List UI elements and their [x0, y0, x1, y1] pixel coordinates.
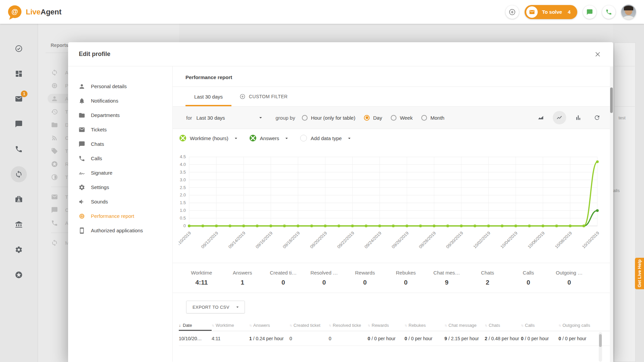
tab-last-30-days[interactable]: Last 30 days — [185, 87, 231, 106]
remove-icon[interactable] — [179, 135, 186, 141]
chevron-down-icon — [233, 135, 239, 141]
performance-line-chart: 00.51.01.52.02.53.03.54.04.509/10/201909… — [179, 147, 611, 263]
profile-nav-settings[interactable]: Settings — [68, 180, 172, 194]
radio-week[interactable]: Week — [391, 115, 413, 121]
column-header-resolved-ticke[interactable]: ↑↓Resolved ticke — [329, 320, 368, 331]
svg-text:09/28/2019: 09/28/2019 — [418, 231, 437, 250]
line-chart-icon — [556, 114, 563, 121]
cell-resolved-ticke: 0 — [329, 336, 368, 341]
column-header-answers[interactable]: ↑↓Answers — [249, 320, 289, 331]
stat-value: 4:11 — [181, 279, 222, 286]
bar-chart-button[interactable] — [572, 111, 585, 124]
sort-icon: ↓ — [179, 323, 181, 328]
table-scrollbar-thumb[interactable] — [599, 334, 602, 347]
remove-icon[interactable] — [250, 135, 256, 141]
chevron-down-icon — [346, 135, 352, 141]
profile-nav-chats[interactable]: Chats — [68, 137, 172, 151]
plus-circle-icon — [239, 94, 246, 100]
svg-text:2.0: 2.0 — [180, 192, 186, 197]
chat-icon — [586, 9, 593, 15]
stat-value: 0 — [263, 279, 304, 286]
modal-scrollbar-thumb[interactable] — [610, 87, 613, 113]
export-to-csv-button[interactable]: EXPORT TO CSV — [186, 301, 245, 313]
close-icon[interactable] — [594, 50, 602, 58]
stat-label: Chat mes… — [426, 270, 467, 276]
get-live-help-tab[interactable]: Get Live Help — [635, 258, 644, 289]
svg-text:10/06/2019: 10/06/2019 — [527, 231, 546, 250]
modal-scrollbar — [610, 67, 613, 362]
column-header-chats[interactable]: ↑↓Chats — [485, 320, 521, 331]
profile-nav-departments[interactable]: Departments — [68, 108, 172, 122]
stat-label: Calls — [508, 270, 549, 276]
svg-text:10/10/2019: 10/10/2019 — [581, 231, 600, 250]
column-header-date[interactable]: ↓Date — [179, 320, 212, 331]
column-label: Chats — [489, 323, 500, 328]
chip-label: Answers — [260, 135, 279, 141]
profile-nav-signature[interactable]: Signature — [68, 166, 172, 180]
stat-created-ti: Created ti…0 — [263, 270, 304, 286]
user-avatar[interactable] — [621, 5, 636, 19]
radio-day[interactable]: Day — [364, 115, 382, 121]
profile-nav-sounds[interactable]: Sounds — [68, 194, 172, 209]
group-by-label: group by — [276, 115, 295, 121]
cell-chats: 2 / 0.48 per hour — [485, 336, 521, 341]
svg-text:4.0: 4.0 — [180, 162, 186, 167]
sort-icon: ↑↓ — [405, 323, 407, 327]
column-header-worktime[interactable]: ↑↓Worktime — [212, 320, 249, 331]
profile-nav-tickets[interactable]: Tickets — [68, 122, 172, 137]
column-header-calls[interactable]: ↑↓Calls — [521, 320, 558, 331]
profile-nav-notifications[interactable]: Notifications — [68, 94, 172, 108]
nav-item-label: Departments — [91, 112, 120, 118]
nav-item-label: Notifications — [91, 98, 118, 104]
to-solve-count: 4 — [568, 9, 571, 15]
for-label: for — [186, 115, 192, 121]
column-header-rebukes[interactable]: ↑↓Rebukes — [405, 320, 444, 331]
profile-nav-personal-details[interactable]: Personal details — [68, 79, 172, 94]
profile-nav-performance-report[interactable]: Performance report — [68, 209, 172, 223]
cell-created-ticket: 0 — [289, 336, 329, 341]
stat-outgoing: Outgoing …0 — [549, 270, 590, 286]
stats-row: Worktime4:11Answers1Created ti…0Resolved… — [173, 263, 613, 293]
chat-icon — [78, 141, 85, 147]
chevron-down-icon — [235, 304, 240, 310]
column-header-outgoing-calls[interactable]: ↑↓Outgoing calls — [558, 320, 601, 331]
radio-hour-only-for-table[interactable]: Hour (only for table) — [302, 115, 356, 121]
chip-add-data-type[interactable]: Add data type — [300, 135, 352, 141]
profile-nav-calls[interactable]: Calls — [68, 151, 172, 166]
table-body: 10/10/20…4:111 / 0.24 per hour000 / 0 pe… — [179, 331, 613, 346]
sort-icon: ↑↓ — [485, 323, 487, 327]
mail-icon — [529, 9, 535, 15]
radio-icon — [302, 115, 308, 121]
start-chat-button[interactable] — [583, 5, 596, 19]
stat-resolved: Resolved …0 — [304, 270, 344, 286]
radio-icon — [421, 115, 427, 121]
add-button[interactable] — [505, 5, 519, 19]
radio-month[interactable]: Month — [421, 115, 444, 121]
stat-value: 1 — [222, 279, 263, 286]
cell-calls: 0 / 0 per hour — [521, 336, 558, 341]
line-chart-button[interactable] — [553, 111, 566, 124]
brand-logo[interactable]: @ LiveAgent — [8, 5, 61, 19]
mail-icon — [78, 126, 85, 133]
start-call-button[interactable] — [602, 5, 615, 19]
performance-report-panel: Performance report Last 30 days CUSTOM F… — [173, 66, 613, 362]
column-header-rewards[interactable]: ↑↓Rewards — [368, 320, 405, 331]
profile-nav-authorized-applications[interactable]: Authorized applications — [68, 223, 172, 238]
table-row[interactable]: 10/10/20…4:111 / 0.24 per hour000 / 0 pe… — [179, 331, 613, 346]
person-icon — [78, 83, 85, 90]
liveagent-logo-icon: @ — [8, 5, 22, 19]
bar-chart-icon — [575, 114, 582, 121]
chip-worktime-hours[interactable]: Worktime (hours) — [179, 135, 239, 141]
stat-rebukes: Rebukes0 — [385, 270, 426, 286]
date-range-select[interactable]: Last 30 days — [197, 115, 264, 121]
area-chart-button[interactable] — [534, 111, 547, 124]
chip-answers[interactable]: Answers — [250, 135, 290, 141]
tab-custom-filter[interactable]: CUSTOM FILTER — [236, 87, 291, 106]
column-header-chat-message[interactable]: ↑↓Chat message — [444, 320, 485, 331]
svg-text:09/26/2019: 09/26/2019 — [391, 231, 410, 250]
column-header-created-ticket[interactable]: ↑↓Created ticket — [289, 320, 329, 331]
chart-area: 00.51.01.52.02.53.03.54.04.509/10/201909… — [173, 147, 613, 263]
refresh-button[interactable] — [590, 111, 604, 124]
to-solve-button[interactable]: To solve 4 — [525, 5, 577, 19]
svg-text:09/12/2019: 09/12/2019 — [200, 231, 219, 250]
